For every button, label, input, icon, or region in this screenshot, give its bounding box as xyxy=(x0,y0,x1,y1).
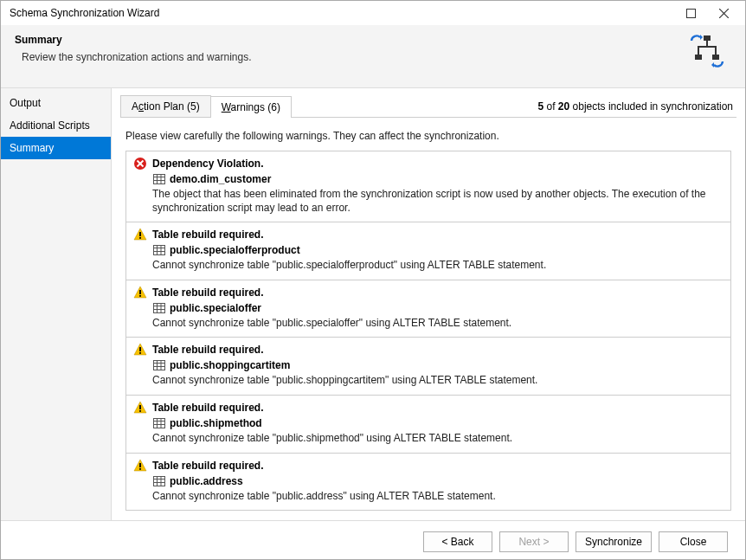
warnings-instruction: Please view carefully the following warn… xyxy=(125,130,731,142)
table-icon xyxy=(152,243,166,257)
warning-object: public.shoppingcartitem xyxy=(170,359,290,371)
wizard-body: Output Additional Scripts Summary Action… xyxy=(1,88,745,520)
svg-rect-39 xyxy=(154,361,165,370)
page-title: Summary xyxy=(15,34,690,46)
warning-title: Table rebuild required. xyxy=(152,344,263,356)
svg-rect-9 xyxy=(698,46,717,48)
back-button[interactable]: < Back xyxy=(423,531,492,552)
sidebar-item-summary[interactable]: Summary xyxy=(1,137,111,159)
warning-description: Cannot synchronize table "public.shipmet… xyxy=(152,432,723,446)
warnings-panel: Please view carefully the following warn… xyxy=(120,118,736,512)
warning-object: public.address xyxy=(170,475,243,487)
warning-object: demo.dim_customer xyxy=(170,173,271,185)
synchronize-button[interactable]: Synchronize xyxy=(576,531,652,552)
svg-rect-38 xyxy=(139,352,141,354)
warning-description: Cannot synchronize table "public.address… xyxy=(152,490,723,504)
svg-rect-4 xyxy=(706,41,708,46)
sidebar-item-additional-scripts[interactable]: Additional Scripts xyxy=(1,114,111,137)
svg-rect-47 xyxy=(154,418,165,428)
sync-schema-icon xyxy=(690,34,731,75)
svg-rect-29 xyxy=(139,290,141,294)
tab-action-plan[interactable]: Action Plan (5) xyxy=(120,95,211,117)
warning-icon xyxy=(133,343,147,357)
warning-item[interactable]: Table rebuild required.public.specialoff… xyxy=(126,280,730,338)
svg-rect-3 xyxy=(704,35,711,41)
warning-object: public.specialofferproduct xyxy=(170,244,300,256)
warnings-list: Dependency Violation.demo.dim_customerTh… xyxy=(125,151,731,511)
warning-description: Cannot synchronize table "public.shoppin… xyxy=(152,374,723,388)
warning-title: Table rebuild required. xyxy=(152,286,263,299)
svg-rect-5 xyxy=(695,55,702,60)
warning-item[interactable]: Table rebuild required.public.shipmethod… xyxy=(126,396,730,454)
close-button[interactable]: Close xyxy=(659,531,728,552)
tab-row: Action Plan (5) Warnings (6) 5 of 20 obj… xyxy=(120,95,736,118)
svg-rect-53 xyxy=(139,463,141,467)
page-description: Review the synchronization actions and w… xyxy=(22,51,690,63)
warning-object: public.shipmethod xyxy=(170,417,262,429)
error-icon xyxy=(133,157,147,171)
svg-rect-55 xyxy=(154,476,165,486)
warning-item[interactable]: Dependency Violation.demo.dim_customerTh… xyxy=(126,151,730,222)
table-icon xyxy=(152,474,166,488)
warning-item[interactable]: Table rebuild required.public.specialoff… xyxy=(126,222,730,280)
warning-item[interactable]: Table rebuild required.public.shoppingca… xyxy=(126,338,730,396)
svg-marker-11 xyxy=(711,62,714,68)
warning-object: public.specialoffer xyxy=(170,302,261,314)
tabs: Action Plan (5) Warnings (6) xyxy=(120,95,291,117)
svg-rect-23 xyxy=(154,246,165,255)
main-panel: Action Plan (5) Warnings (6) 5 of 20 obj… xyxy=(112,88,745,520)
warning-title: Table rebuild required. xyxy=(152,402,263,414)
title-bar: Schema Synchronization Wizard xyxy=(1,1,745,25)
tab-warnings[interactable]: Warnings (6) xyxy=(210,96,292,118)
warning-title: Table rebuild required. xyxy=(152,460,263,472)
sidebar-nav: Output Additional Scripts Summary xyxy=(1,88,112,520)
warning-icon xyxy=(133,459,147,473)
warning-description: Cannot synchronize table "public.special… xyxy=(152,259,723,273)
window-maximize-button[interactable] xyxy=(674,1,707,25)
svg-rect-30 xyxy=(139,295,141,297)
warning-description: Cannot synchronize table "public.special… xyxy=(152,317,723,331)
objects-included-status: 5 of 20 objects included in synchronizat… xyxy=(291,100,736,113)
svg-rect-37 xyxy=(139,347,141,351)
warning-title: Table rebuild required. xyxy=(152,229,263,241)
svg-rect-0 xyxy=(686,9,695,17)
svg-rect-21 xyxy=(139,232,141,236)
svg-marker-10 xyxy=(700,35,703,40)
svg-rect-6 xyxy=(712,55,719,60)
sidebar-item-output[interactable]: Output xyxy=(1,92,111,114)
table-icon xyxy=(152,172,166,186)
window-title: Schema Synchronization Wizard xyxy=(10,7,674,19)
wizard-header: Summary Review the synchronization actio… xyxy=(1,25,745,88)
svg-rect-45 xyxy=(139,405,141,409)
wizard-footer: < Back Next > Synchronize Close xyxy=(1,520,745,560)
svg-rect-31 xyxy=(154,303,165,312)
warning-icon xyxy=(133,401,147,415)
window-close-button[interactable] xyxy=(707,1,740,25)
svg-rect-15 xyxy=(154,175,165,184)
table-icon xyxy=(152,358,166,372)
warning-item[interactable]: Table rebuild required.public.addressCan… xyxy=(126,454,730,511)
svg-rect-22 xyxy=(139,237,141,239)
next-button: Next > xyxy=(499,531,569,552)
warning-title: Dependency Violation. xyxy=(152,158,263,170)
svg-rect-46 xyxy=(139,410,141,412)
table-icon xyxy=(152,416,166,430)
svg-rect-54 xyxy=(139,468,141,470)
table-icon xyxy=(152,301,166,315)
warning-icon xyxy=(133,228,147,241)
warning-description: The object that has been eliminated from… xyxy=(152,188,723,215)
warning-icon xyxy=(133,286,147,299)
